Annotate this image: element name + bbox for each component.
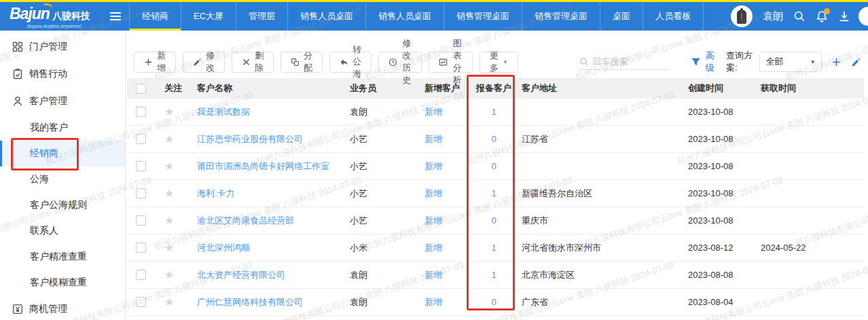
add-scheme-button[interactable] — [831, 57, 842, 67]
toolbar-button[interactable]: 修改历史 — [378, 52, 422, 73]
tab-5[interactable]: 销售管理桌面 — [444, 2, 522, 31]
row-checkbox[interactable] — [136, 134, 146, 144]
row-checkbox[interactable] — [136, 297, 146, 307]
sidebar-item[interactable]: 联系人 — [0, 218, 125, 244]
sidebar-item[interactable]: 客户模糊查重 — [0, 270, 125, 296]
sidebar-group[interactable]: 商机管理 — [0, 296, 125, 320]
tab-1[interactable]: EC大屏 — [181, 2, 236, 31]
toolbar-button[interactable]: 图表分析 — [429, 52, 472, 73]
tab-label: 销售管理桌面 — [535, 10, 587, 22]
grid-icon — [12, 41, 23, 52]
search-input[interactable] — [593, 56, 668, 67]
money-icon — [12, 304, 23, 315]
salesperson: 小艺 — [350, 133, 424, 145]
new-customer-link[interactable]: 新增 — [424, 270, 442, 280]
sidebar-item[interactable]: 客户精准查重 — [0, 244, 125, 270]
sidebar-item[interactable]: 客户公海规则 — [0, 192, 125, 218]
menu-toggle-icon[interactable] — [102, 2, 129, 31]
salesperson: 袁朗 — [350, 106, 424, 118]
favorite-star-icon[interactable]: ★ — [164, 296, 174, 308]
row-checkbox[interactable] — [136, 243, 146, 253]
reported-count-link[interactable]: 1 — [491, 243, 496, 253]
favorite-star-icon[interactable]: ★ — [164, 133, 174, 145]
filter-icon[interactable] — [691, 57, 701, 67]
customer-name-link[interactable]: 河北深州鸿顺 — [197, 243, 250, 253]
logo-brand: Bajun — [10, 5, 50, 23]
table-body: ★我是测试数据袁朗新增12023-10-08★江苏恩华药业股份有限公司小艺新增0… — [127, 99, 864, 316]
tab-6[interactable]: 销售管理桌面 — [522, 2, 600, 31]
sidebar-item[interactable]: 公海 — [0, 166, 125, 192]
tab-3[interactable]: 销售人员桌面 — [287, 2, 365, 31]
favorite-star-icon[interactable]: ★ — [164, 215, 174, 226]
new-customer-link[interactable]: 新增 — [424, 243, 442, 253]
bell-icon[interactable] — [816, 10, 828, 22]
sidebar-group[interactable]: 客户管理 — [0, 88, 125, 115]
edit-scheme-button[interactable] — [851, 57, 861, 67]
customer-name-link[interactable]: 海利.卡力 — [197, 188, 235, 198]
tab-label: 销售管理桌面 — [456, 10, 509, 22]
table-header: 关注客户名称业务员新增客户报备客户客户地址创建时间获取时间 — [127, 78, 864, 99]
favorite-star-icon[interactable]: ★ — [164, 242, 174, 253]
row-checkbox[interactable] — [136, 215, 146, 226]
assign-icon — [291, 58, 300, 67]
customer-name-link[interactable]: 我是测试数据 — [197, 107, 250, 117]
favorite-star-icon[interactable]: ★ — [164, 160, 174, 172]
sidebar-group[interactable]: 销售行动 — [0, 60, 125, 88]
toolbar-button[interactable]: 新增 — [134, 52, 176, 73]
toolbar-button[interactable]: 修改 — [183, 52, 225, 73]
acquired-date: 2024-05-22 — [761, 243, 864, 253]
customer-name-link[interactable]: 江苏恩华药业股份有限公司 — [197, 134, 303, 144]
tab-7[interactable]: 桌面 — [600, 2, 643, 31]
row-checkbox[interactable] — [136, 188, 146, 198]
column-header: 创建时间 — [688, 82, 761, 94]
toolbar-button[interactable]: 删除 — [232, 52, 274, 73]
reported-count-link[interactable]: 0 — [491, 134, 496, 144]
reported-count-link[interactable]: 1 — [491, 107, 496, 117]
customer-name-link[interactable]: 莆田市湄洲岛尚德卡好网络工作室 — [197, 161, 329, 171]
sidebar-group[interactable]: 门户管理 — [0, 33, 125, 60]
new-customer-link[interactable]: 新增 — [424, 134, 442, 144]
toolbar-button[interactable]: 转公海 — [329, 52, 372, 73]
toolbar-button[interactable]: 更多▼ — [480, 52, 518, 73]
favorite-star-icon[interactable]: ★ — [164, 106, 174, 118]
customer-address: 新疆维吾尔自治区 — [522, 188, 688, 200]
customer-address: 广东省 — [522, 296, 688, 308]
sidebar-item[interactable]: 我的客户 — [0, 115, 125, 141]
reported-count-link[interactable]: 0 — [491, 215, 496, 226]
reported-count-link[interactable]: 0 — [491, 161, 496, 171]
new-customer-link[interactable]: 新增 — [424, 215, 442, 226]
tab-4[interactable]: 销售人员桌面 — [365, 2, 444, 31]
customer-name-link[interactable]: 北大资产经营有限公司 — [197, 270, 285, 280]
salesperson: 小艺 — [350, 160, 424, 173]
toolbar-button[interactable]: 分配 — [281, 52, 323, 73]
tab-0[interactable]: 经销商 — [129, 2, 181, 31]
reported-count-link[interactable]: 0 — [491, 297, 496, 307]
row-checkbox[interactable] — [136, 161, 146, 171]
sidebar-item[interactable]: 经销商 — [0, 141, 125, 166]
table-row: ★北大资产经营有限公司袁朗新增1北京市海淀区2023-08-08 — [127, 262, 864, 289]
select-all-checkbox[interactable] — [136, 84, 146, 94]
row-checkbox[interactable] — [136, 107, 146, 117]
avatar[interactable] — [731, 5, 753, 27]
download-icon[interactable] — [838, 10, 850, 22]
toolbar-buttons: 新增修改删除分配转公海修改历史图表分析更多▼ — [134, 52, 525, 73]
search-icon[interactable] — [793, 10, 806, 22]
new-customer-link[interactable]: 新增 — [424, 161, 442, 171]
new-customer-link[interactable]: 新增 — [424, 297, 442, 307]
scheme-select[interactable]: 全部 ▼ — [759, 52, 821, 72]
salesperson: 袁朗 — [350, 296, 424, 308]
reported-count-link[interactable]: 1 — [491, 188, 496, 198]
favorite-star-icon[interactable]: ★ — [164, 269, 174, 281]
new-customer-link[interactable]: 新增 — [424, 188, 442, 198]
sidebar-group-label: 门户管理 — [29, 41, 67, 53]
tab-2[interactable]: 管理层 — [236, 2, 287, 31]
new-customer-link[interactable]: 新增 — [424, 107, 442, 117]
advanced-search-link[interactable]: 高级 — [706, 50, 719, 74]
tab-8[interactable]: 人员看板 — [643, 2, 704, 31]
column-header: 新增客户 — [424, 82, 466, 94]
customer-name-link[interactable]: 广州仁慧网络科技有限公司 — [197, 297, 303, 307]
favorite-star-icon[interactable]: ★ — [164, 188, 174, 199]
row-checkbox[interactable] — [136, 270, 146, 280]
reported-count-link[interactable]: 1 — [491, 270, 496, 280]
customer-name-link[interactable]: 渝北区艾尚康食品经营部 — [197, 215, 294, 226]
